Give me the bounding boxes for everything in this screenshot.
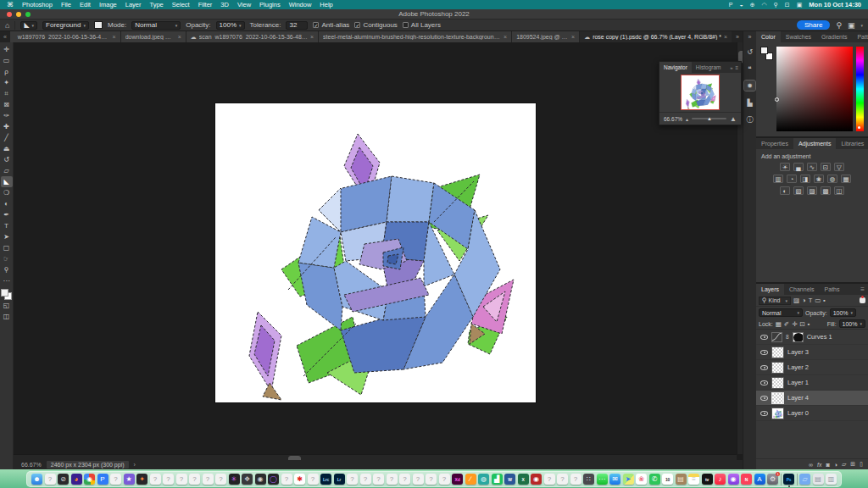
- layer-thumbnail[interactable]: [771, 408, 784, 419]
- panel-tab[interactable]: Patterns: [852, 31, 868, 42]
- placeholder-app[interactable]: ?: [110, 474, 121, 485]
- close-window-button[interactable]: [7, 12, 12, 17]
- purple-app[interactable]: ◯: [268, 474, 279, 485]
- star-app[interactable]: ★: [124, 474, 135, 485]
- menu-item[interactable]: Plugins: [259, 1, 281, 8]
- contiguous-checkbox[interactable]: Contiguous: [354, 21, 397, 29]
- layer-visibility-icon[interactable]: [760, 411, 768, 416]
- launchpad[interactable]: ∷: [583, 474, 594, 485]
- panel-menu-icon[interactable]: ≡: [735, 65, 738, 70]
- wifi-icon[interactable]: ◠: [762, 2, 767, 8]
- panel-tab[interactable]: Color: [756, 31, 781, 42]
- layer-filter-icon[interactable]: ◑: [802, 297, 806, 304]
- photos[interactable]: ❀: [636, 474, 647, 485]
- layer-opacity-field[interactable]: 100%▾: [830, 308, 856, 317]
- info-icon[interactable]: ⓘ: [744, 114, 755, 125]
- blend-mode-dropdown[interactable]: Normal▾: [759, 308, 803, 317]
- workspace-switcher-icon[interactable]: ▣: [848, 21, 855, 30]
- adjustment-icon[interactable]: ◍: [827, 175, 837, 183]
- layer-row-curves[interactable]: 8 Curves 1: [756, 330, 868, 345]
- history-brush-tool[interactable]: ↺: [1, 154, 13, 165]
- tab-close-icon[interactable]: ×: [504, 34, 507, 40]
- layer-row[interactable]: Layer 3: [756, 345, 868, 360]
- zoom-out-icon[interactable]: ▴: [686, 116, 688, 122]
- podcasts[interactable]: ◉: [728, 474, 739, 485]
- layer-mask-thumbnail[interactable]: [793, 332, 804, 342]
- documents-stack[interactable]: ▤: [813, 474, 824, 485]
- tolerance-field[interactable]: 32: [286, 21, 308, 30]
- music[interactable]: ♪: [715, 474, 726, 485]
- lasso-tool[interactable]: ρ: [1, 66, 13, 77]
- properties-icon[interactable]: ✹: [744, 80, 755, 91]
- placeholder-app[interactable]: ?: [176, 474, 187, 485]
- menu-item[interactable]: Photoshop: [22, 1, 53, 8]
- finder[interactable]: ☻: [31, 474, 42, 485]
- placeholder-app[interactable]: ?: [426, 474, 437, 485]
- layer-filter-icon[interactable]: ▭: [815, 297, 821, 304]
- minimize-window-button[interactable]: [16, 12, 21, 17]
- curves-adjustment-thumbnail[interactable]: [771, 332, 782, 342]
- edit-toolbar-button[interactable]: ⋯: [1, 275, 13, 286]
- panel-tab[interactable]: Gradients: [816, 31, 852, 42]
- adjustment-icon[interactable]: ◫: [834, 186, 844, 195]
- layer-row-selected[interactable]: Layer 4: [756, 391, 868, 406]
- layer-filter-kind-dropdown[interactable]: ⚲ Kind ▾: [759, 297, 791, 305]
- fill-source-dropdown[interactable]: Foreground▾: [42, 21, 89, 30]
- menu-bar-clock[interactable]: Mon 10 Oct 14:30: [809, 1, 861, 8]
- adjustment-icon[interactable]: ☀: [780, 163, 790, 171]
- path-selection-tool[interactable]: ➤: [1, 231, 13, 242]
- navigator-zoom-slider[interactable]: ▲: [692, 118, 726, 119]
- panel-tab[interactable]: Properties: [756, 138, 793, 149]
- news[interactable]: N: [741, 474, 752, 485]
- layer-thumbnail[interactable]: [771, 377, 784, 389]
- adjustment-icon[interactable]: ▽: [834, 163, 844, 171]
- placeholder-app[interactable]: ?: [360, 474, 371, 485]
- layer-visibility-icon[interactable]: [760, 350, 768, 355]
- layer-fill-field[interactable]: 100%▾: [839, 319, 865, 328]
- spotlight-icon[interactable]: ⚲: [774, 2, 778, 8]
- horizontal-scrollbar[interactable]: [14, 454, 737, 460]
- blur-tool[interactable]: ❍: [1, 187, 13, 198]
- placeholder-app[interactable]: ?: [570, 474, 581, 485]
- menu-item[interactable]: Help: [320, 1, 332, 8]
- placeholder-app[interactable]: ?: [387, 474, 398, 485]
- document-size-info[interactable]: 2460 px x 2304 px (300 ppi): [47, 461, 129, 469]
- document-tab[interactable]: ☁ scan_w1897076_2022-10-06-15-36-48 copy…: [186, 31, 319, 42]
- shape-tool[interactable]: ▢: [1, 242, 13, 253]
- tab-overflow-left-icon[interactable]: «: [0, 31, 10, 42]
- layer-filter-icon[interactable]: ▪: [823, 297, 826, 304]
- placeholder-app[interactable]: ?: [203, 474, 214, 485]
- dock-separator[interactable]: [797, 474, 798, 485]
- tool-preset-picker[interactable]: ◣ ▾: [20, 21, 37, 30]
- status-zoom-value[interactable]: 66.67%: [21, 462, 42, 468]
- tab-close-icon[interactable]: ×: [178, 34, 181, 40]
- move-tool[interactable]: ✛: [1, 44, 13, 55]
- object-selection-tool[interactable]: ✦: [1, 77, 13, 88]
- adjustment-icon[interactable]: ▥: [773, 175, 783, 183]
- layer-thumbnail[interactable]: [771, 347, 784, 358]
- mail[interactable]: ✉: [609, 474, 620, 485]
- layer-visibility-icon[interactable]: [760, 380, 768, 385]
- document-tab[interactable]: _w1897076_2022-10-06-15-36-48 copy.psdc …: [10, 31, 121, 42]
- slider-thumb-icon[interactable]: ▲: [707, 115, 712, 122]
- panel-tab[interactable]: Libraries: [836, 138, 868, 149]
- navigator-zoom-value[interactable]: 66.67%: [664, 116, 682, 122]
- chrome[interactable]: ◉: [84, 474, 95, 485]
- screen-mode-button[interactable]: ◫: [1, 311, 13, 322]
- menu-item[interactable]: Edit: [80, 1, 91, 8]
- home-icon[interactable]: ⌂: [5, 21, 9, 30]
- messages[interactable]: ⋯: [597, 474, 608, 485]
- tab-close-icon[interactable]: ×: [724, 34, 727, 40]
- layer-row[interactable]: Layer 1: [756, 375, 868, 391]
- comments-icon[interactable]: ❝: [744, 64, 755, 74]
- panel-tab[interactable]: Layers: [756, 284, 784, 295]
- caret-down-icon[interactable]: ▾: [860, 23, 863, 28]
- menu-item[interactable]: View: [237, 1, 251, 8]
- acrobat[interactable]: ✱: [294, 474, 305, 485]
- document-canvas[interactable]: [215, 103, 536, 402]
- mode-dropdown[interactable]: Normal▾: [131, 21, 181, 30]
- menu-item[interactable]: 3D: [220, 1, 229, 8]
- notes[interactable]: ≡: [688, 474, 699, 485]
- placeholder-app[interactable]: ?: [557, 474, 568, 485]
- badge-p-icon[interactable]: P: [729, 2, 733, 8]
